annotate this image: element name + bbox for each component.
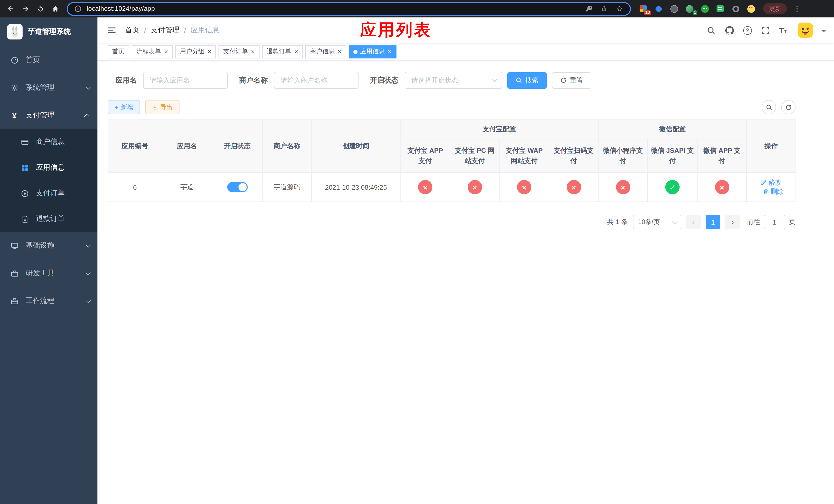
plus-icon: + <box>114 104 118 111</box>
home-button[interactable] <box>49 2 62 15</box>
site-info-icon[interactable] <box>74 5 82 13</box>
refresh-table-button[interactable] <box>781 100 795 114</box>
help-icon[interactable]: ? <box>743 26 752 35</box>
top-navbar: 首页 / 支付管理 / 应用信息 应用列表 ? <box>97 18 834 43</box>
tab-merchant-info[interactable]: 商户信息× <box>305 45 346 58</box>
extension-knot-icon[interactable] <box>730 4 741 14</box>
fullscreen-icon[interactable] <box>761 25 770 35</box>
goto-page-input[interactable] <box>764 215 785 229</box>
avatar[interactable] <box>797 23 813 38</box>
sidebar-toggle-icon[interactable] <box>107 25 117 36</box>
extension-dark-icon[interactable] <box>669 4 679 14</box>
close-icon[interactable]: × <box>338 48 342 55</box>
extension-knot-glyph <box>732 5 739 12</box>
sidebar-subitem-merchant-info[interactable]: 商户信息 <box>0 129 97 155</box>
edit-pencil-icon <box>761 180 767 186</box>
sidebar-subitem-refund-order[interactable]: 退款订单 <box>0 206 97 232</box>
search-icon[interactable] <box>706 25 716 35</box>
close-icon[interactable]: × <box>251 48 255 55</box>
tab-home[interactable]: 首页 <box>108 45 129 58</box>
export-button[interactable]: 导出 <box>145 100 179 114</box>
col-wechat-jsapi: 微信 JSAPI 支付 <box>648 139 697 173</box>
chrome-update-button[interactable]: 更新 <box>763 3 787 14</box>
download-icon <box>152 104 158 110</box>
forward-button[interactable] <box>19 2 32 15</box>
tab-app-info[interactable]: 应用信息× <box>349 45 396 58</box>
reset-button[interactable]: 重置 <box>552 72 591 88</box>
reload-button[interactable] <box>34 2 47 15</box>
page-size-select[interactable]: 10条/页 <box>633 215 681 229</box>
delete-link[interactable]: 删除 <box>763 187 784 197</box>
add-button[interactable]: + 新增 <box>108 100 140 114</box>
close-icon[interactable]: × <box>207 48 211 55</box>
password-key-icon[interactable] <box>585 5 593 13</box>
status-select[interactable]: 请选择开启状态 <box>405 72 502 89</box>
cell-alipay-app: × <box>400 173 450 202</box>
sidebar-item-infra[interactable]: 基础设施 <box>0 232 97 259</box>
browser-menu-icon[interactable]: ⋮ <box>793 4 801 13</box>
sidebar-subitem-payment-order[interactable]: 支付订单 <box>0 181 97 206</box>
close-icon[interactable]: × <box>294 48 298 55</box>
toggle-search-button[interactable] <box>762 100 776 114</box>
wechat-mini-status-icon: × <box>616 180 630 194</box>
breadcrumb-separator: / <box>184 26 186 35</box>
breadcrumb-separator: / <box>144 26 146 35</box>
github-icon[interactable] <box>725 25 734 35</box>
app-name-input[interactable] <box>143 72 228 89</box>
yuan-icon: ¥ <box>10 111 19 119</box>
breadcrumb-item-current: 应用信息 <box>191 26 220 35</box>
extension-wechat-icon[interactable] <box>700 4 710 14</box>
merchant-name-input[interactable] <box>274 72 358 89</box>
page-1-button[interactable]: 1 <box>706 215 720 229</box>
breadcrumb-item-payment[interactable]: 支付管理 <box>151 26 179 35</box>
extension-face-icon[interactable] <box>746 4 756 14</box>
app-name-label: 应用名 <box>115 76 137 85</box>
extension-note-icon[interactable] <box>715 4 725 14</box>
edit-link[interactable]: 修改 <box>761 178 782 187</box>
breadcrumb-item-home[interactable]: 首页 <box>125 26 139 35</box>
sidebar-item-label: 系统管理 <box>26 83 54 92</box>
sidebar-item-home[interactable]: 首页 <box>0 46 97 74</box>
gear-icon <box>10 84 19 92</box>
cell-actions: 修改 删除 <box>747 173 796 202</box>
app-title: 芋道管理系统 <box>28 27 71 37</box>
extension-drop-icon[interactable] <box>654 4 664 14</box>
address-bar[interactable]: localhost:1024/pay/app <box>67 2 631 16</box>
extension-dark-glyph <box>670 5 678 13</box>
close-icon[interactable]: × <box>388 48 392 55</box>
sidebar-item-system[interactable]: 系统管理 <box>0 74 97 101</box>
prev-page-button[interactable]: ‹ <box>686 215 701 229</box>
back-button[interactable] <box>4 2 18 15</box>
sidebar-menu: 首页 系统管理 ¥ 支付管理 <box>0 46 97 315</box>
extension-avatar-icon[interactable]: 1 <box>684 4 695 14</box>
chevron-down-icon[interactable] <box>822 30 826 35</box>
sidebar-item-workflow[interactable]: 工作流程 <box>0 287 97 315</box>
sidebar-subitem-app-info[interactable]: 应用信息 <box>0 155 97 181</box>
search-icon <box>766 104 772 111</box>
font-size-icon[interactable]: TT <box>779 26 787 35</box>
share-icon[interactable] <box>600 5 608 13</box>
main-panel: 首页 / 支付管理 / 应用信息 应用列表 ? <box>97 18 834 504</box>
col-alipay-qr: 支付宝扫码支付 <box>549 139 598 173</box>
extension-grid-icon[interactable]: 10 <box>638 4 648 14</box>
cell-app-id: 6 <box>108 173 162 202</box>
tab-process-form[interactable]: 流程表单× <box>132 45 173 58</box>
reload-icon <box>37 5 45 13</box>
next-page-button[interactable]: › <box>725 215 740 229</box>
sidebar-item-dev-tools[interactable]: 研发工具 <box>0 259 97 287</box>
app-logo[interactable]: 芋道管理系统 <box>0 18 97 46</box>
sidebar-item-label: 支付订单 <box>36 189 65 198</box>
back-icon <box>7 5 15 13</box>
chevron-down-icon <box>492 77 497 82</box>
search-button[interactable]: 搜索 <box>507 72 547 88</box>
status-toggle[interactable] <box>227 182 247 192</box>
tab-refund-order[interactable]: 退款订单× <box>262 45 303 58</box>
extension-avatar-glyph <box>685 5 693 13</box>
close-icon[interactable]: × <box>164 48 168 55</box>
tab-user-group[interactable]: 用户分组× <box>175 45 216 58</box>
cell-create-time: 2021-10-23 08:49:25 <box>312 173 400 202</box>
bookmark-star-icon[interactable] <box>615 5 624 13</box>
page-annotation: 应用列表 <box>360 19 432 42</box>
sidebar-item-payment[interactable]: ¥ 支付管理 <box>0 101 97 129</box>
tab-payment-order[interactable]: 支付订单× <box>219 45 259 58</box>
